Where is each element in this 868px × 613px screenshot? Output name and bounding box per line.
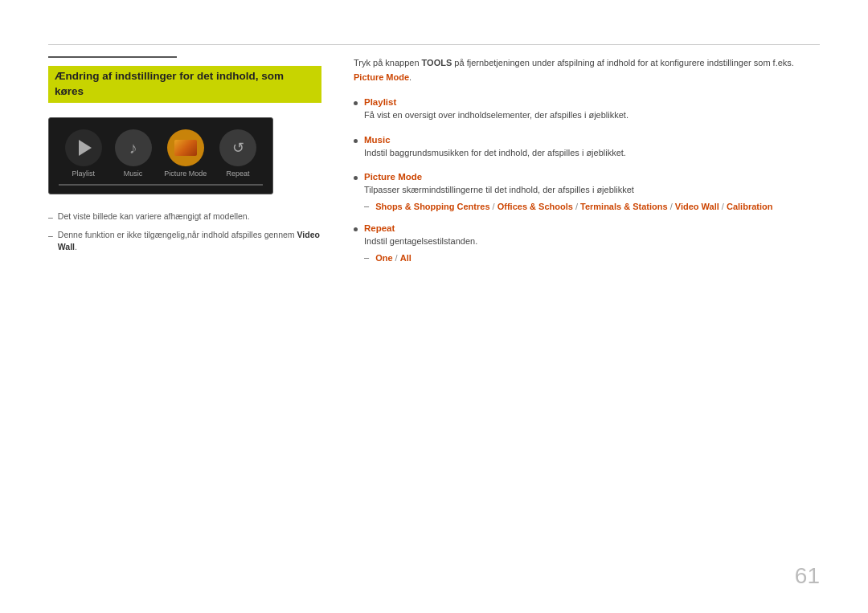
bullet-dot-repeat (354, 227, 358, 231)
play-triangle-icon (79, 140, 92, 156)
media-bottom-line (59, 184, 263, 186)
note-item-1: – Det viste billede kan variere afhængig… (48, 210, 321, 224)
intro-paragraph: Tryk på knappen TOOLS på fjernbetjeninge… (354, 56, 820, 84)
monitor-shape-icon (174, 140, 197, 156)
note-dash-2: – (48, 230, 53, 243)
video-wall-sub-link[interactable]: Video Wall (675, 202, 719, 211)
music-note-icon: ♪ (129, 140, 137, 156)
media-icons-row: Playlist ♪ Music Picture Mode ↺ (59, 129, 263, 178)
picture-mode-sub-content: Shops & Shopping Centres / Offices & Sch… (375, 200, 772, 215)
sep-2: / (573, 202, 580, 211)
media-player-mockup: Playlist ♪ Music Picture Mode ↺ (48, 117, 273, 194)
top-line (48, 44, 820, 45)
picture-mode-title: Picture Mode (364, 172, 820, 182)
feature-list: Playlist Få vist en oversigt over indhol… (354, 97, 820, 265)
playlist-title: Playlist (364, 97, 820, 107)
repeat-icon-circle: ↺ (219, 129, 256, 166)
picture-mode-orange: Picture Mode (354, 72, 409, 82)
music-icon-circle: ♪ (115, 129, 152, 166)
sep-4: / (719, 202, 727, 211)
bullet-content-music: Music Indstil baggrundsmusikken for det … (364, 135, 820, 163)
page-container: Ændring af indstillinger for det indhold… (0, 0, 868, 613)
bullet-dot-playlist (354, 101, 358, 105)
all-link[interactable]: All (400, 253, 411, 263)
repeat-sub-content: One / All (375, 251, 411, 266)
playlist-desc: Få vist en oversigt over indholdselement… (364, 108, 820, 122)
intro-prefix: Tryk på knappen (354, 58, 422, 67)
music-label: Music (124, 170, 143, 178)
intro-suffix: . (409, 72, 411, 82)
repeat-label: Repeat (227, 170, 250, 178)
page-number: 61 (795, 563, 820, 589)
repeat-desc: Indstil gentagelsestilstanden. (364, 235, 820, 248)
bullet-dot-picture-mode (354, 176, 358, 180)
repeat-title: Repeat (364, 223, 820, 233)
picture-mode-icon-circle (167, 129, 204, 166)
sep-1: / (490, 202, 497, 211)
repeat-item: ↺ Repeat (219, 129, 256, 178)
repeat-arrows-icon: ↺ (232, 139, 244, 157)
right-column: Tryk på knappen TOOLS på fjernbetjeninge… (354, 40, 820, 581)
bullet-content-playlist: Playlist Få vist en oversigt over indhol… (364, 97, 820, 125)
note-item-2: – Denne funktion er ikke tilgængelig,når… (48, 229, 321, 255)
title-underline (48, 56, 177, 58)
left-column: Ændring af indstillinger for det indhold… (48, 40, 321, 581)
picture-mode-item: Picture Mode (164, 129, 207, 178)
bullet-playlist: Playlist Få vist en oversigt over indhol… (354, 97, 820, 125)
music-title: Music (364, 135, 820, 145)
intro-middle: på fjernbetjeningen under afspilning af … (452, 58, 794, 67)
playlist-label: Playlist (72, 170, 96, 178)
picture-mode-label: Picture Mode (164, 170, 207, 178)
calibration-link[interactable]: Calibration (727, 202, 772, 211)
playlist-item: Playlist (65, 129, 102, 178)
repeat-sub-bullet: – One / All (364, 251, 820, 266)
music-item: ♪ Music (115, 129, 152, 178)
bullet-repeat: Repeat Indstil gentagelsestilstanden. – … (354, 223, 820, 265)
picture-mode-sub-dash: – (364, 201, 369, 210)
one-link[interactable]: One (375, 253, 392, 263)
notes-section: – Det viste billede kan variere afhængig… (48, 210, 321, 254)
video-wall-link[interactable]: Video Wall (58, 230, 320, 252)
bullet-picture-mode: Picture Mode Tilpasser skærmindstillinge… (354, 172, 820, 214)
terminals-link[interactable]: Terminals & Stations (580, 202, 668, 211)
music-desc: Indstil baggrundsmusikken for det indhol… (364, 146, 820, 160)
playlist-icon-circle (65, 129, 102, 166)
bullet-dot-music (354, 139, 358, 143)
tools-bold: TOOLS (422, 58, 452, 67)
sep-5: / (393, 253, 400, 263)
picture-mode-sub-bullet: – Shops & Shopping Centres / Offices & S… (364, 200, 820, 215)
note-text-2: Denne funktion er ikke tilgængelig,når i… (58, 229, 321, 255)
bullet-content-repeat: Repeat Indstil gentagelsestilstanden. – … (364, 223, 820, 265)
note-text-1: Det viste billede kan variere afhængigt … (58, 210, 250, 223)
bullet-music: Music Indstil baggrundsmusikken for det … (354, 135, 820, 163)
repeat-sub-dash: – (364, 252, 369, 262)
shops-link[interactable]: Shops & Shopping Centres (375, 202, 489, 211)
offices-link[interactable]: Offices & Schools (497, 202, 573, 211)
note-dash-1: – (48, 211, 53, 224)
picture-mode-desc: Tilpasser skærmindstillingerne til det i… (364, 183, 820, 197)
section-title: Ændring af indstillinger for det indhold… (48, 66, 321, 103)
bullet-content-picture-mode: Picture Mode Tilpasser skærmindstillinge… (364, 172, 820, 214)
sep-3: / (668, 202, 675, 211)
